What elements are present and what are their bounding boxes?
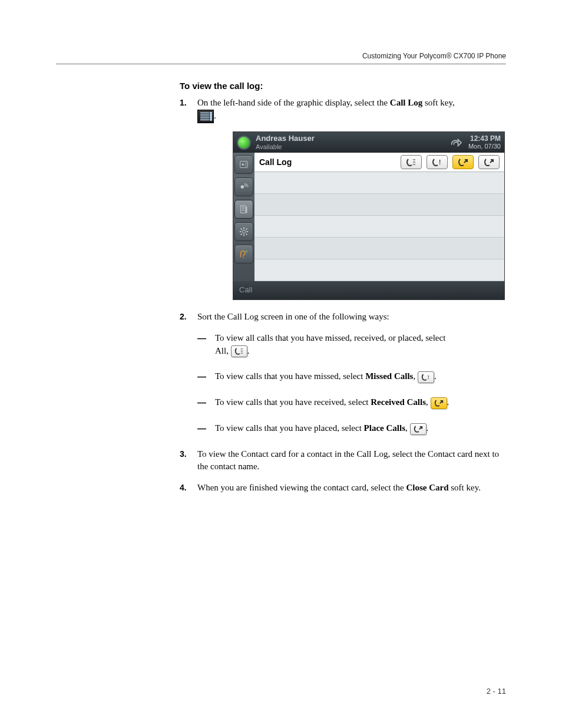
sidebar-help-icon: [234, 245, 253, 263]
screenshot-sidebar: [233, 153, 254, 281]
phone-screenshot: Andreas Hauser Available 12:43 PM Mon, 0…: [233, 131, 505, 300]
screenshot-title-bar: Call Log !: [254, 153, 504, 172]
sub-item-received: To view calls that you have received, se…: [197, 396, 506, 409]
svg-point-5: [241, 186, 244, 189]
step-2: 2. Sort the Call Log screen in one of th…: [180, 311, 506, 435]
missed-calls-icon: !: [418, 371, 434, 383]
svg-point-21: [246, 251, 248, 253]
svg-line-16: [241, 229, 242, 230]
svg-text:!: !: [439, 159, 441, 166]
step-number: 2.: [180, 311, 187, 322]
list-row: [254, 216, 504, 238]
placed-calls-icon: [410, 423, 427, 435]
header-rule: [56, 64, 506, 64]
step-4-text-bold: Close Card: [406, 483, 448, 492]
clock-date: Mon, 07/30: [468, 143, 501, 150]
screenshot-footer: Call: [233, 281, 504, 299]
step-number: 1.: [180, 97, 187, 108]
screenshot-header: Andreas Hauser Available 12:43 PM Mon, 0…: [233, 132, 504, 153]
sidebar-voicemail-icon: [234, 177, 253, 196]
svg-point-11: [242, 230, 245, 233]
svg-text:!: !: [428, 374, 429, 380]
step-1: 1. On the left-hand side of the graphic …: [180, 97, 506, 300]
presence-indicator-icon: [237, 136, 251, 150]
call-log-rows: [254, 172, 504, 281]
step-1-text-post: soft key,: [422, 98, 454, 107]
user-name: Andreas Hauser: [256, 134, 449, 143]
list-row: [254, 194, 504, 216]
svg-point-20: [243, 257, 244, 258]
svg-line-19: [246, 229, 247, 230]
list-row: [254, 238, 504, 259]
section-heading: To view the call log:: [180, 81, 506, 91]
sub-item-placed: To view calls that you have placed, sele…: [197, 422, 506, 435]
step-1-text-bold: Call Log: [390, 98, 422, 107]
svg-line-17: [246, 234, 247, 235]
step-number: 4.: [180, 482, 187, 493]
svg-line-18: [241, 234, 242, 235]
filter-received-icon: [452, 155, 474, 169]
forward-icon: [449, 137, 462, 148]
all-calls-icon: [231, 345, 247, 357]
received-calls-icon: [431, 397, 447, 409]
main-content: To view the call log: 1. On the left-han…: [180, 81, 506, 495]
step-3: 3. To view the Contact card for a contac…: [180, 448, 506, 474]
screenshot-title: Call Log: [259, 156, 396, 168]
sidebar-settings-icon: [234, 222, 253, 241]
list-row: [254, 172, 504, 194]
svg-point-1: [242, 164, 244, 166]
sidebar-call-log-icon: [234, 200, 253, 219]
list-row: [254, 259, 504, 281]
filter-all-icon: [401, 155, 422, 169]
svg-rect-10: [246, 207, 247, 213]
step-1-text-pre: On the left-hand side of the graphic dis…: [197, 98, 390, 107]
softkey-call-label: Call: [239, 285, 252, 294]
step-2-text: Sort the Call Log screen in one of the f…: [197, 312, 389, 321]
step-3-text: To view the Contact card for a contact i…: [197, 449, 499, 472]
step-4: 4. When you are finished viewing the con…: [180, 482, 506, 495]
running-header: Customizing Your Polycom® CX700 IP Phone: [56, 52, 506, 60]
sub-item-missed: To view calls that you have missed, sele…: [197, 370, 506, 383]
sidebar-contacts-icon: [234, 155, 253, 174]
filter-placed-icon: [478, 155, 500, 169]
clock-time: 12:43 PM: [468, 134, 501, 143]
page-number: 2 - 11: [487, 687, 506, 696]
filter-missed-icon: !: [427, 155, 448, 169]
step-4-text-post: soft key.: [449, 483, 481, 492]
svg-rect-6: [241, 206, 246, 213]
user-presence-text: Available: [256, 143, 449, 150]
step-number: 3.: [180, 448, 187, 460]
step-4-text-pre: When you are finished viewing the contac…: [197, 483, 406, 492]
sub-item-all: To view all calls that you have missed, …: [197, 332, 506, 358]
call-log-softkey-icon: [197, 110, 214, 123]
